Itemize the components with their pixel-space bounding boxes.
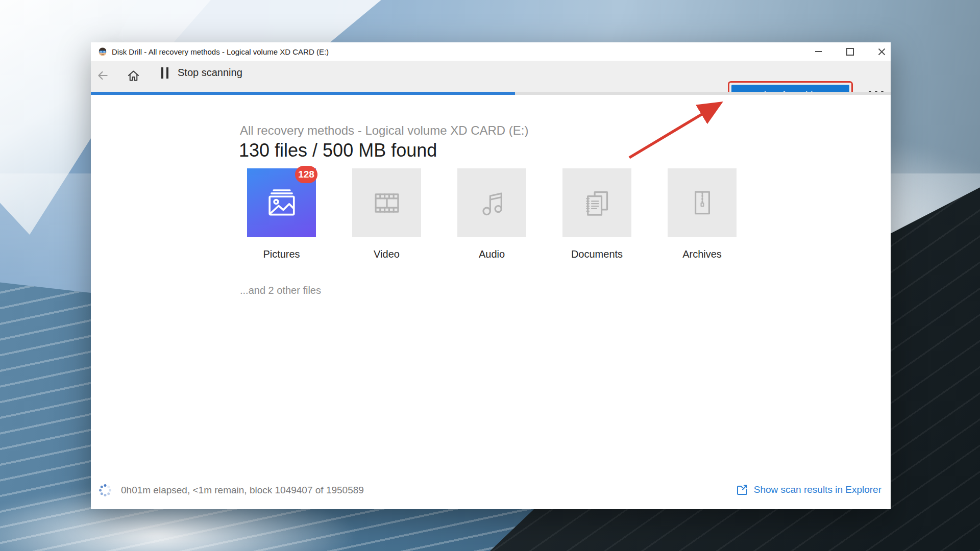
category-tile-video[interactable] (352, 168, 421, 237)
window-title: Disk Drill - All recovery methods - Logi… (112, 47, 329, 56)
scan-subtitle: All recovery methods - Logical volume XD… (240, 123, 529, 138)
caption-controls (814, 42, 886, 61)
category-label-audio: Audio (457, 248, 526, 260)
video-icon (367, 183, 407, 223)
category-tile-archives[interactable] (668, 168, 737, 237)
scan-summary-panel: All recovery methods - Logical volume XD… (91, 95, 891, 478)
desktop-background: Disk Drill - All recovery methods - Logi… (0, 0, 980, 551)
show-scan-results-link[interactable]: Show scan results in Explorer (736, 484, 881, 496)
other-files-note: ...and 2 other files (240, 285, 321, 296)
documents-icon (577, 183, 617, 223)
back-button[interactable] (95, 68, 110, 83)
audio-icon (472, 183, 512, 223)
spinner-icon (99, 484, 112, 497)
folder-export-icon (736, 484, 748, 496)
disk-drill-window: Disk Drill - All recovery methods - Logi… (91, 42, 891, 509)
show-scan-results-label: Show scan results in Explorer (754, 484, 881, 495)
category-label-video: Video (352, 248, 421, 260)
home-button[interactable] (126, 68, 141, 83)
home-icon (127, 69, 140, 83)
minimize-button[interactable] (814, 47, 822, 56)
disk-drill-app-icon (97, 46, 108, 57)
maximize-button[interactable] (846, 47, 854, 56)
archives-icon (682, 183, 722, 223)
maximize-icon (846, 48, 854, 56)
pause-icon (161, 67, 168, 79)
category-label-archives: Archives (668, 248, 737, 260)
minimize-icon (815, 51, 822, 52)
stop-scanning-label: Stop scanning (178, 67, 242, 79)
title-bar[interactable]: Disk Drill - All recovery methods - Logi… (91, 42, 891, 61)
toolbar: Stop scanning Review found items (91, 61, 891, 95)
category-label-pictures: Pictures (247, 248, 316, 260)
category-tile-audio[interactable] (457, 168, 526, 237)
close-button[interactable] (877, 47, 886, 56)
status-bar: 0h01m elapsed, <1m remain, block 1049407… (91, 478, 891, 509)
back-arrow-icon (96, 69, 109, 82)
close-icon (878, 48, 886, 56)
pictures-icon (262, 183, 302, 223)
category-tile-documents[interactable] (562, 168, 631, 237)
scan-headline: 130 files / 500 MB found (239, 140, 437, 161)
pictures-count-badge: 128 (295, 166, 317, 183)
category-label-documents: Documents (562, 248, 631, 260)
scan-status-text: 0h01m elapsed, <1m remain, block 1049407… (121, 485, 364, 496)
stop-scanning-button[interactable]: Stop scanning (161, 67, 242, 79)
